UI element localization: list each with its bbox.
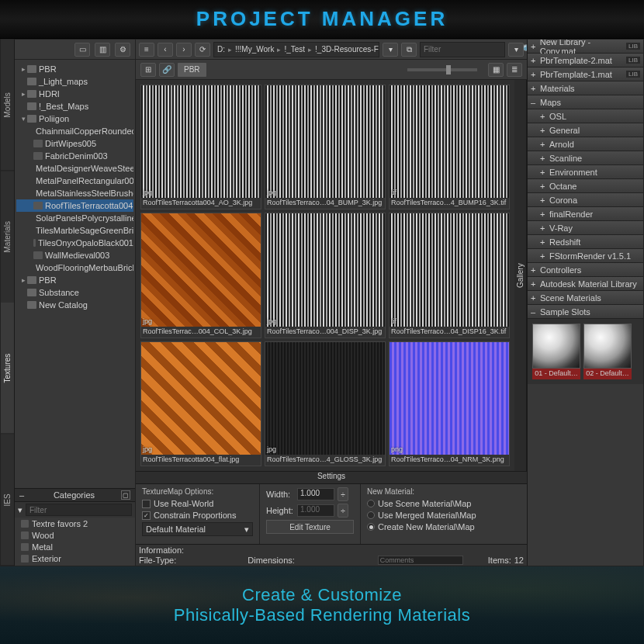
tree-node-child[interactable]: SolarPanelsPolycrystalline1	[16, 212, 133, 224]
categories-expand-icon[interactable]: ▢	[121, 490, 130, 500]
breadcrumb-seg[interactable]: !_Test	[284, 45, 305, 54]
comments-input[interactable]	[378, 556, 463, 565]
texture-thumb[interactable]: jpgRoofTilesTerraco…004_DISP_3K.jpg	[265, 213, 386, 338]
gear-icon[interactable]: ⚙	[115, 43, 130, 57]
view-mode-icon[interactable]: ▭	[74, 43, 90, 57]
vtab-ies[interactable]: IES	[1, 435, 14, 566]
category-item[interactable]: Wood	[15, 529, 135, 541]
nav-reload-button[interactable]: ⟳	[195, 43, 210, 57]
breadcrumb-bar: ≡ ‹ › ⟳ D:▸!!!My_Work▸!_Test▸!_3D-Resour…	[136, 40, 527, 60]
library-item[interactable]: +Corona	[528, 193, 643, 207]
tree-node-child[interactable]: MetalStainlessSteelBrushe…	[16, 187, 133, 199]
categories-filter-input[interactable]	[26, 504, 132, 516]
breadcrumb[interactable]: D:▸!!!My_Work▸!_Test▸!_3D-Resources-FOR-…	[213, 42, 379, 57]
library-item[interactable]: –Maps	[528, 95, 643, 109]
library-item[interactable]: +General	[528, 123, 643, 137]
library-item[interactable]: +New Library - Copy.matLIB	[528, 40, 643, 54]
tree-node-child[interactable]: MetalDesignerWeaveSteel…	[16, 162, 133, 175]
categories-header[interactable]: – Categories ▢	[15, 488, 135, 502]
tree-node[interactable]: ▸HDRI	[16, 88, 133, 100]
breadcrumb-seg[interactable]: !_3D-Resources-FOR-TEST	[315, 45, 379, 54]
library-item[interactable]: +OSL	[528, 109, 643, 123]
menu-icon[interactable]: ≡	[139, 43, 154, 57]
category-item[interactable]: Exterior	[15, 552, 135, 564]
texture-thumb[interactable]: jpgRoofTilesTerraco…4_GLOSS_3K.jpg	[265, 341, 386, 466]
vtab-models[interactable]: Models	[1, 40, 14, 171]
gallery-rail[interactable]: Gallery	[514, 80, 527, 471]
tree-node[interactable]: ▸PBR	[16, 63, 133, 75]
breadcrumb-dropdown-icon[interactable]: ▾	[383, 43, 398, 57]
library-item[interactable]: +Autodesk Material Library	[528, 277, 643, 291]
use-merged-radio[interactable]: Use Merged Material\Map	[367, 511, 521, 520]
library-item[interactable]: +Controllers	[528, 263, 643, 277]
view-large-icon[interactable]: ▦	[488, 63, 504, 77]
tree-node-child[interactable]: RoofTilesTerracotta004	[16, 199, 133, 212]
sample-slot[interactable]: 02 - Default…	[583, 324, 632, 379]
search-options-icon[interactable]: ▾	[508, 43, 524, 57]
tree-node[interactable]: Substance	[16, 286, 133, 299]
library-item[interactable]: +PbrTemplate-2.matLIB	[528, 54, 643, 68]
width-input[interactable]: 1.000	[297, 488, 334, 500]
grid-mode-icon[interactable]: ⊞	[140, 63, 156, 77]
vtab-textures[interactable]: Textures	[1, 303, 14, 435]
folder-tree[interactable]: ▸PBR_Light_maps▸HDRI!_Best_Maps▾Poliigon…	[15, 60, 135, 488]
tree-node-child[interactable]: FabricDenim003	[16, 150, 133, 162]
texture-thumb[interactable]: jpgRoofTilesTerrac…004_COL_3K.jpg	[140, 213, 261, 338]
height-input[interactable]: 1.000	[297, 504, 334, 517]
nav-back-button[interactable]: ‹	[158, 43, 173, 57]
library-item[interactable]: +Arnold	[528, 137, 643, 151]
pbr-chip[interactable]: PBR	[178, 63, 206, 77]
library-item[interactable]: +FStormRender v1.5.1	[528, 249, 643, 263]
breadcrumb-seg[interactable]: !!!My_Work	[235, 45, 274, 54]
constrain-checkbox[interactable]: ✓Constrain Proportions	[142, 511, 253, 520]
tree-node[interactable]: _Light_maps	[16, 75, 133, 88]
tree-node[interactable]: ▾Poliigon	[16, 113, 133, 125]
split-icon[interactable]: ▥	[95, 43, 110, 57]
tree-node[interactable]: ▸PBR	[16, 274, 133, 286]
use-scene-radio[interactable]: Use Scene Material\Map	[367, 499, 521, 508]
nav-forward-button[interactable]: ›	[176, 43, 192, 57]
texture-thumb[interactable]: pngRoofTilesTerraco…04_NRM_3K.png	[389, 341, 510, 466]
library-item[interactable]: +finalRender	[528, 207, 643, 221]
height-stepper[interactable]: ÷	[338, 504, 348, 518]
tree-node[interactable]: New Catalog	[16, 299, 133, 311]
tree-node-child[interactable]: WallMedieval003	[16, 249, 133, 261]
library-item[interactable]: +Scene Materials	[528, 291, 643, 305]
width-stepper[interactable]: ÷	[338, 487, 348, 501]
thumb-size-slider[interactable]	[407, 68, 477, 71]
tree-node-child[interactable]: TilesMarbleSageGreenBric…	[16, 224, 133, 237]
texture-thumb[interactable]: jpgRoofTilesTerracotta004_AO_3K.jpg	[140, 85, 261, 209]
sample-slot[interactable]: 01 - Default…	[532, 324, 580, 379]
library-item[interactable]: +V-Ray	[528, 221, 643, 235]
sort-icon[interactable]: ≣	[507, 63, 522, 77]
texture-thumb[interactable]: jpgRoofTilesTerracotta004_flat.jpg	[140, 341, 261, 466]
create-new-radio[interactable]: Create New Material\Map	[367, 522, 521, 531]
library-item[interactable]: +PbrTemplate-1.matLIB	[528, 68, 643, 81]
library-item[interactable]: +Octane	[528, 179, 643, 193]
category-item[interactable]: Metal	[15, 541, 135, 552]
tree-node-child[interactable]: WoodFlooringMerbauBrick…	[16, 261, 133, 274]
library-item[interactable]: +Scanline	[528, 151, 643, 165]
categories-label: Categories	[54, 490, 95, 500]
texture-thumb[interactable]: jpgRoofTilesTerraco…04_BUMP_3K.jpg	[265, 85, 386, 209]
texture-thumb[interactable]: tifRoofTilesTerraco…04_DISP16_3K.tif	[389, 213, 510, 338]
library-item[interactable]: +Materials	[528, 81, 643, 95]
default-material-dropdown[interactable]: Default Material▾	[142, 522, 253, 536]
tree-node[interactable]: !_Best_Maps	[16, 100, 133, 113]
real-world-checkbox[interactable]: Use Real-World	[142, 499, 253, 508]
link-icon[interactable]: 🔗	[159, 63, 175, 77]
tree-node-child[interactable]: MetalPanelRectangular001	[16, 175, 133, 187]
tree-node-child[interactable]: DirtWipes005	[16, 137, 133, 150]
search-input[interactable]	[424, 45, 522, 54]
vtab-materials[interactable]: Materials	[1, 171, 14, 303]
copy-path-icon[interactable]: ⧉	[401, 43, 417, 57]
texture-thumb[interactable]: tifRoofTilesTerraco…4_BUMP16_3K.tif	[389, 85, 510, 209]
library-item[interactable]: +Redshift	[528, 235, 643, 249]
edit-texture-button[interactable]: Edit Texture	[266, 520, 354, 534]
category-item[interactable]: Textre favors 2	[15, 518, 135, 529]
breadcrumb-seg[interactable]: D:	[217, 45, 225, 54]
library-item[interactable]: –Sample Slots	[528, 305, 643, 319]
tree-node-child[interactable]: TilesOnyxOpaloBlack001	[16, 237, 133, 249]
tree-node-child[interactable]: ChainmailCopperRounded…	[16, 125, 133, 137]
library-item[interactable]: +Environment	[528, 165, 643, 179]
